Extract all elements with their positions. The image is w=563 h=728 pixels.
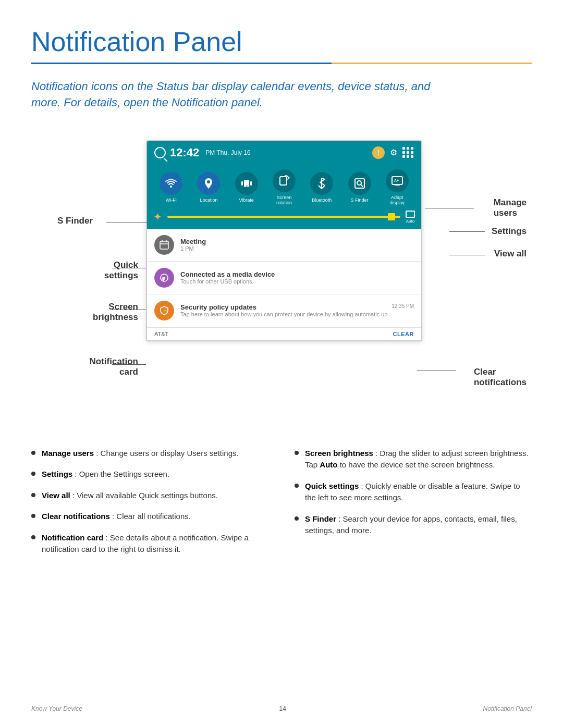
- bluetooth-icon: [317, 177, 326, 190]
- status-time: 12:42: [170, 146, 199, 159]
- bullet-term-s-finder: S Finder: [305, 514, 336, 523]
- search-icon: [154, 147, 166, 158]
- notif-security-title: Security policy updates: [180, 303, 256, 311]
- sfinder-icon-bg: [348, 172, 371, 195]
- rotation-label: Screenrotation: [276, 195, 292, 205]
- bullet-text-s-finder: : Search your device for apps, contacts,…: [305, 514, 517, 535]
- brightness-slider[interactable]: [167, 216, 400, 218]
- bluetooth-label: Bluetooth: [312, 198, 332, 203]
- notif-usb-title: Connected as a media device: [180, 270, 414, 278]
- gear-icon: ⚙: [390, 147, 397, 157]
- adapt-label: Adaptdisplay: [390, 195, 405, 205]
- bullet-term-view-all: View all: [42, 491, 70, 500]
- qs-adapt-display[interactable]: A+ Adaptdisplay: [386, 169, 409, 205]
- grid-icon: [402, 147, 414, 158]
- location-label: Location: [200, 198, 217, 203]
- notif-card-security[interactable]: 🔒 Security policy updates 12:35 PM Tap h…: [147, 294, 421, 327]
- bullet-text-view-all: : View all available Quick settings butt…: [72, 491, 218, 500]
- bullet-manage-users: Manage users : Change users or display U…: [31, 448, 268, 460]
- brightness-auto: Auto: [406, 211, 415, 224]
- page-title: Notification Panel: [31, 26, 532, 57]
- notif-card-usb[interactable]: ψ Connected as a media device Touch for …: [147, 262, 421, 294]
- wifi-label: Wi-Fi: [166, 198, 177, 203]
- bullet-settings: Settings : Open the Settings screen.: [31, 468, 268, 480]
- clear-button[interactable]: CLEAR: [393, 331, 414, 337]
- svg-point-0: [170, 186, 172, 188]
- line-view-all: [449, 255, 485, 255]
- qs-wifi[interactable]: Wi-Fi: [160, 172, 182, 203]
- notif-meeting-text: Meeting 1 PM: [180, 238, 414, 252]
- alert-icon: !: [372, 146, 385, 159]
- notif-card-meeting[interactable]: Meeting 1 PM: [147, 229, 421, 262]
- callout-clear-notifications: Clearnotifications: [474, 367, 527, 388]
- qs-bluetooth[interactable]: Bluetooth: [310, 172, 333, 203]
- line-s-finder: [106, 223, 148, 223]
- location-icon-bg: [197, 172, 220, 195]
- bullet-dot: [295, 451, 299, 455]
- bullet-dot: [295, 484, 299, 488]
- bullet-notif-card: Notification card : See details about a …: [31, 532, 268, 556]
- brightness-auto-label: Auto: [406, 219, 414, 224]
- line-quick-settings: [112, 268, 146, 268]
- qs-vibrate[interactable]: Vibrate: [235, 172, 258, 203]
- callout-settings: Settings: [492, 226, 527, 237]
- calendar-icon: [154, 235, 174, 255]
- status-right: ! ⚙: [372, 146, 414, 159]
- notif-meeting-title: Meeting: [180, 238, 414, 245]
- usb-icon: ψ: [154, 268, 174, 288]
- bullet-dot: [31, 451, 35, 455]
- bluetooth-icon-bg: [310, 172, 333, 195]
- svg-text:🔒: 🔒: [163, 308, 168, 313]
- bullet-view-all: View all : View all available Quick sett…: [31, 490, 268, 502]
- bullet-term-auto: Auto: [320, 460, 337, 469]
- qs-location[interactable]: Location: [197, 172, 220, 203]
- footer-left: Know Your Device: [31, 705, 82, 712]
- svg-rect-6: [280, 177, 287, 185]
- bullet-section: Manage users : Change users or display U…: [31, 448, 532, 565]
- bullet-dot: [31, 535, 35, 539]
- rotation-icon-bg: [273, 169, 296, 192]
- line-screen-brightness: [112, 310, 146, 310]
- rotation-icon: [278, 175, 290, 187]
- bullet-col-left: Manage users : Change users or display U…: [31, 448, 268, 565]
- bullet-text-clear-notifs: : Clear all notifications.: [112, 512, 191, 521]
- status-bar: 12:42 PM Thu, July 16 ! ⚙: [147, 141, 421, 164]
- brightness-auto-box: [406, 211, 415, 218]
- callout-view-all: View all: [494, 249, 527, 259]
- callout-manage-users: Manageusers: [494, 198, 527, 218]
- bullet-s-finder-text: S Finder : Search your device for apps, …: [305, 513, 532, 537]
- bullet-text-manage-users: : Change users or display Users settings…: [96, 449, 238, 458]
- status-time-suffix: PM Thu, July 16: [205, 149, 250, 156]
- brightness-sun-icon: ✦: [153, 211, 162, 223]
- status-left: 12:42 PM Thu, July 16: [154, 146, 251, 159]
- bullet-notif-card-text: Notification card : See details about a …: [42, 532, 268, 556]
- callout-quick-settings: Quicksettings: [57, 260, 138, 281]
- bullet-term-clear-notifs: Clear notifications: [42, 512, 110, 521]
- wifi-icon: [165, 179, 177, 188]
- phone-mockup: 12:42 PM Thu, July 16 ! ⚙: [146, 140, 422, 341]
- bullet-term-screen-brightness: Screen brightness: [305, 449, 373, 458]
- svg-point-1: [207, 180, 210, 183]
- bullet-col-right: Screen brightness : Drag the slider to a…: [295, 448, 532, 565]
- adapt-icon: A+: [391, 175, 403, 187]
- qs-screen-rotation[interactable]: Screenrotation: [273, 169, 296, 205]
- brightness-row: ✦ Auto: [147, 207, 421, 229]
- bullet-view-all-text: View all : View all available Quick sett…: [42, 490, 218, 502]
- svg-rect-3: [241, 181, 243, 186]
- bullet-dot: [295, 516, 299, 521]
- phone-bottom-bar: AT&T CLEAR: [147, 327, 421, 340]
- qs-sfinder[interactable]: S Finder: [348, 172, 371, 203]
- svg-line-10: [361, 184, 363, 187]
- quick-settings-row: Wi-Fi Location: [147, 164, 421, 207]
- footer: Know Your Device 14 Notification Panel: [31, 705, 532, 712]
- line-manage-users: [425, 208, 474, 208]
- footer-page: 14: [279, 705, 286, 712]
- bullet-manage-users-text: Manage users : Change users or display U…: [42, 448, 239, 460]
- bullet-dot: [31, 472, 35, 476]
- bullet-clear-notifs: Clear notifications : Clear all notifica…: [31, 511, 268, 523]
- line-clear-notifications: [417, 371, 456, 371]
- notif-security-time: 12:35 PM: [391, 303, 414, 309]
- line-notification-card: [112, 364, 146, 365]
- wifi-icon-bg: [160, 172, 182, 195]
- subtitle: Notification icons on the Status bar dis…: [31, 79, 459, 111]
